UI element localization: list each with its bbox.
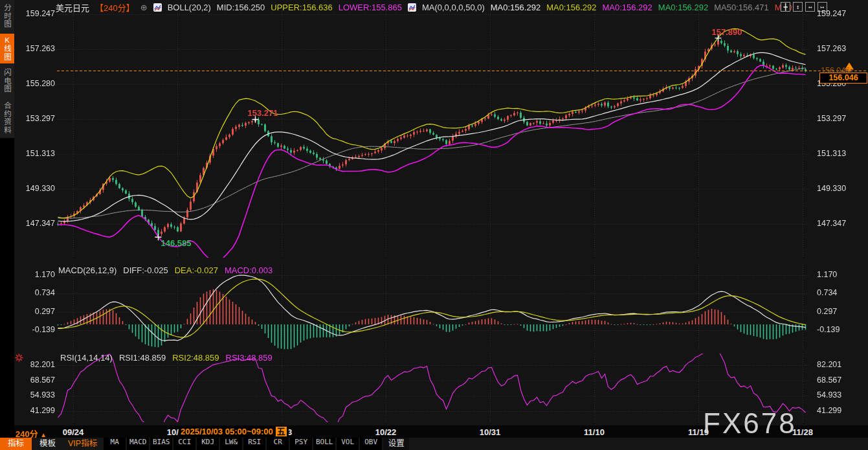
rsi-axis-left-1: 68.567: [17, 376, 55, 385]
price-axis-right-1: 157.263: [817, 44, 846, 53]
macd-panel-header: MACD(26,12,9) DIFF:-0.025DEA:-0.027MACD:…: [58, 265, 273, 275]
rsi-axis-right-3: 41.299: [817, 406, 841, 415]
indicator-button-psy[interactable]: PSY: [290, 438, 312, 450]
mini-chart-icon: [153, 3, 162, 12]
rsi-value-2: RSI3:48.859: [226, 353, 273, 363]
macd-axis-left-2: 0.297: [17, 307, 55, 316]
price-axis-left-3: 153.297: [17, 114, 55, 123]
macd-value-0: DIFF:-0.025: [123, 265, 168, 275]
price-axis-left-2: 155.280: [17, 79, 55, 88]
ma-value-4: MA0:156.292: [658, 3, 708, 12]
date-tick-3: 10/22: [375, 427, 397, 437]
bottom-toolbar: 指标模板VIP指标MAMACDBIASCCIKDJLW&RSICRPSYBOLL…: [0, 438, 868, 450]
add-indicator-icon[interactable]: ⊕: [140, 3, 148, 12]
indicator-button-boll[interactable]: BOLL: [313, 438, 335, 450]
price-axis-right-3: 153.297: [817, 114, 846, 123]
indicator-button-obv[interactable]: OBV: [360, 438, 382, 450]
ma-value-0: MA(0,0,0,0,50,0): [422, 3, 485, 12]
price-axis-right-6: 147.347: [817, 219, 846, 228]
ma-value-3: MA0:156.292: [602, 3, 652, 12]
indicator-button-vol[interactable]: VOL: [337, 438, 359, 450]
toolbar-tab-2[interactable]: VIP指标: [63, 438, 102, 450]
last-price-tag: 156.046: [819, 73, 867, 84]
kline-chart-canvas[interactable]: [0, 0, 868, 450]
indicator-button-kdj[interactable]: KDJ: [197, 438, 219, 450]
boll-value-0: BOLL(20,2): [168, 3, 211, 12]
tooltip-weekday: 五: [276, 427, 287, 436]
rsi-value-1: RSI2:48.859: [172, 353, 219, 363]
price-axis-right-4: 151.313: [817, 149, 846, 158]
macd-axis-right-2: 0.297: [817, 307, 837, 316]
rsi-axis-left-2: 54.933: [17, 390, 55, 399]
price-axis-left-0: 159.247: [17, 9, 55, 18]
macd-axis-right-0: 1.170: [817, 270, 837, 279]
toolbar-tab-1[interactable]: 模板: [32, 438, 63, 450]
sidebar-tab-contract-info[interactable]: 合约资料: [0, 98, 14, 137]
tooltip-datetime: 2025/10/03 05:00~09:00: [181, 427, 273, 436]
price-axis-left-1: 157.263: [17, 44, 55, 53]
date-tick-4: 10/31: [480, 427, 501, 437]
boll-value-2: UPPER:156.636: [271, 3, 332, 12]
settings-button[interactable]: 设置: [383, 438, 409, 450]
extreme-price-annotation-2: 146.585: [161, 238, 192, 248]
trading-terminal-window: 分时图K线图闪电图合约资料 美元日元【240分】⊕BOLL(20,2)MID:1…: [0, 0, 868, 450]
period-badge: 【240分】: [95, 1, 135, 14]
rsi-title: RSI(14,14,14): [60, 353, 113, 363]
candle-datetime-tooltip: 2025/10/03 05:00~09:00五: [179, 426, 289, 437]
rsi-axis-right-2: 54.933: [817, 390, 841, 399]
indicator-button-macd[interactable]: MACD: [127, 438, 149, 450]
move-icon[interactable]: ╋: [781, 2, 790, 12]
price-axis-left-4: 151.313: [17, 149, 55, 158]
macd-value-2: MACD:0.003: [225, 265, 273, 275]
ma-value-1: MA0:156.292: [491, 3, 540, 12]
indicator-button-rsi[interactable]: RSI: [243, 438, 265, 450]
macd-axis-left-3: -0.139: [17, 325, 55, 334]
boll-value-3: LOWER:155.865: [339, 3, 402, 12]
indicator-button-lw[interactable]: LW&: [220, 438, 242, 450]
alert-starburst-icon[interactable]: [15, 353, 23, 365]
indicator-button-ma[interactable]: MA: [104, 438, 126, 450]
macd-title: MACD(26,12,9): [58, 265, 117, 275]
macd-axis-left-1: 0.734: [17, 288, 55, 297]
rsi-axis-right-1: 68.567: [817, 376, 841, 385]
date-tick-5: 11/10: [584, 427, 605, 437]
scale-vertical-icon[interactable]: ↕: [793, 2, 803, 12]
price-axis-left-5: 149.330: [17, 184, 55, 193]
indicator-header: 美元日元【240分】⊕BOLL(20,2)MID:156.250UPPER:15…: [56, 2, 799, 13]
scale-horizontal-icon[interactable]: ↔: [805, 2, 815, 12]
ma-value-2: MA0:156.292: [546, 3, 596, 12]
brand-watermark: FX678: [703, 407, 797, 440]
symbol-name: 美元日元: [56, 1, 89, 14]
price-axis-right-0: 159.247: [817, 9, 846, 18]
price-axis-right-5: 149.330: [817, 184, 846, 193]
boll-value-1: MID:156.250: [217, 3, 265, 12]
toolbar-tab-0[interactable]: 指标: [0, 438, 32, 450]
sidebar-tab-time-share[interactable]: 分时图: [0, 1, 14, 31]
indicator-button-cr[interactable]: CR: [267, 438, 289, 450]
rsi-value-0: RSI1:48.859: [119, 353, 166, 363]
rsi-panel-header: RSI(14,14,14) RSI1:48.859RSI2:48.859RSI3…: [60, 353, 273, 363]
sidebar-tab-lightning[interactable]: 闪电图: [0, 66, 14, 96]
sidebar-tab-kline[interactable]: K线图: [0, 34, 14, 63]
left-sidebar: 分时图K线图闪电图合约资料: [0, 0, 14, 138]
macd-axis-left-0: 1.170: [17, 270, 55, 279]
rsi-axis-left-3: 41.299: [17, 406, 55, 415]
indicator-button-cci[interactable]: CCI: [173, 438, 195, 450]
macd-value-1: DEA:-0.027: [175, 265, 218, 275]
extreme-price-annotation-1: 153.271: [248, 108, 278, 118]
ma-value-5: MA50:156.471: [714, 3, 769, 12]
indicator-button-bias[interactable]: BIAS: [150, 438, 172, 450]
mini-chart-icon: [408, 3, 416, 12]
date-tick-0: 09/24: [63, 427, 84, 437]
extreme-price-annotation-0: 157.890: [712, 27, 742, 37]
macd-axis-right-3: -0.139: [817, 325, 840, 334]
rsi-axis-right-0: 82.201: [817, 360, 841, 369]
macd-axis-right-1: 0.734: [817, 288, 837, 297]
price-axis-left-6: 147.347: [17, 219, 55, 228]
